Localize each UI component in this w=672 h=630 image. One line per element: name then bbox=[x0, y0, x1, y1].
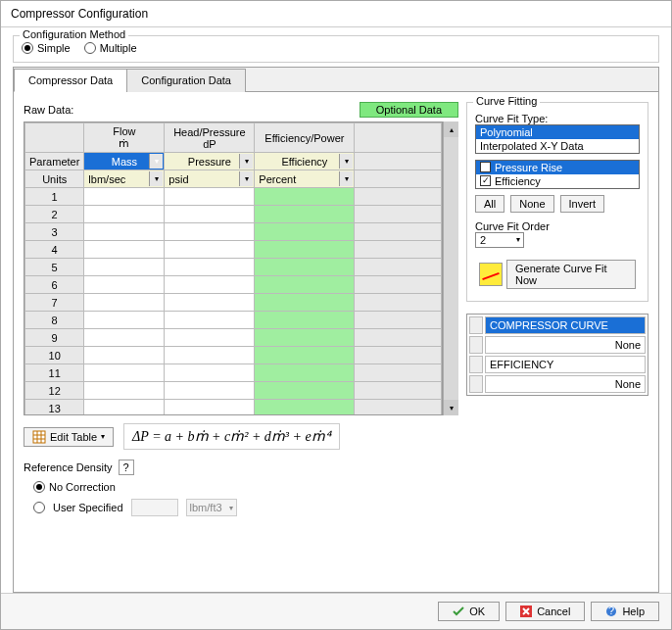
cell-head[interactable] bbox=[165, 364, 255, 382]
ok-button[interactable]: OK bbox=[438, 602, 500, 621]
cell-head[interactable] bbox=[165, 276, 255, 294]
cell-head[interactable] bbox=[165, 188, 255, 206]
help-button[interactable]: ? bbox=[119, 460, 134, 475]
dialog-footer: OK Cancel ? Help bbox=[1, 593, 671, 629]
cell-efficiency[interactable] bbox=[255, 276, 355, 294]
cell-flow[interactable] bbox=[84, 241, 165, 259]
cell-efficiency[interactable] bbox=[255, 382, 355, 400]
cell-efficiency[interactable] bbox=[255, 223, 355, 241]
row-number: 10 bbox=[25, 347, 84, 364]
cell-head[interactable] bbox=[165, 329, 255, 347]
row-number: 1 bbox=[25, 188, 84, 206]
curve-fitting-legend: Curve Fitting bbox=[473, 95, 540, 107]
cancel-button[interactable]: Cancel bbox=[505, 602, 585, 621]
curve-summary-table: COMPRESSOR CURVE None EFFICIENCY None bbox=[466, 314, 648, 396]
cell-head[interactable] bbox=[165, 206, 255, 223]
param-flow-select[interactable]: Mass▾ bbox=[84, 153, 165, 170]
cell-head[interactable] bbox=[165, 294, 255, 312]
list-item[interactable]: ✓ Pressure Rise bbox=[476, 161, 639, 174]
cell-efficiency[interactable] bbox=[255, 188, 355, 206]
cell-flow[interactable] bbox=[84, 312, 165, 329]
radio-icon bbox=[84, 42, 96, 54]
invert-button[interactable]: Invert bbox=[560, 195, 605, 213]
scroll-down-icon[interactable]: ▾ bbox=[444, 400, 458, 415]
cell-head[interactable] bbox=[165, 259, 255, 276]
param-head-select[interactable]: Pressure▾ bbox=[165, 153, 255, 170]
chevron-down-icon: ▾ bbox=[239, 171, 253, 186]
radio-no-correction[interactable]: No Correction bbox=[33, 481, 458, 493]
table-cell: None bbox=[485, 375, 646, 393]
density-unit-select: lbm/ft3▾ bbox=[186, 499, 237, 516]
cell-head[interactable] bbox=[165, 312, 255, 329]
param-eff-select[interactable]: Efficiency▾ bbox=[255, 153, 355, 170]
row-number: 13 bbox=[25, 400, 84, 416]
vertical-scrollbar[interactable]: ▴ ▾ bbox=[443, 121, 458, 415]
cell-flow[interactable] bbox=[84, 347, 165, 364]
cell-efficiency[interactable] bbox=[255, 400, 355, 416]
cell-flow[interactable] bbox=[84, 276, 165, 294]
generate-curve-fit-button[interactable]: Generate Curve Fit Now bbox=[506, 260, 636, 289]
checkbox-icon: ✓ bbox=[480, 162, 491, 172]
help-button[interactable]: ? Help bbox=[591, 602, 659, 621]
chevron-down-icon: ▾ bbox=[516, 235, 520, 244]
raw-data-label: Raw Data: bbox=[24, 104, 73, 116]
curve-fit-type-label: Curve Fit Type: bbox=[475, 113, 640, 124]
row-number: 2 bbox=[25, 206, 84, 223]
config-method-legend: Configuration Method bbox=[20, 28, 128, 40]
units-head-select[interactable]: psid▾ bbox=[165, 170, 255, 188]
cell-head[interactable] bbox=[165, 382, 255, 400]
cell-efficiency[interactable] bbox=[255, 364, 355, 382]
close-icon bbox=[520, 606, 532, 617]
cell-flow[interactable] bbox=[84, 188, 165, 206]
tab-compressor-data[interactable]: Compressor Data bbox=[14, 69, 127, 92]
cell-flow[interactable] bbox=[84, 400, 165, 416]
radio-multiple-label: Multiple bbox=[100, 42, 137, 54]
cell-efficiency[interactable] bbox=[255, 347, 355, 364]
radio-icon bbox=[22, 42, 33, 54]
radio-multiple[interactable]: Multiple bbox=[84, 42, 137, 54]
radio-user-specified[interactable]: User Specified lbm/ft3▾ bbox=[33, 499, 458, 516]
radio-simple[interactable]: Simple bbox=[22, 42, 71, 54]
units-row-label: Units bbox=[25, 170, 84, 188]
edit-table-button[interactable]: Edit Table ▾ bbox=[24, 427, 114, 447]
chevron-down-icon: ▾ bbox=[339, 154, 353, 169]
scroll-up-icon[interactable]: ▴ bbox=[444, 121, 458, 137]
cell-efficiency[interactable] bbox=[255, 241, 355, 259]
curve-series-checklist[interactable]: ✓ Pressure Rise ✓ Efficiency bbox=[475, 160, 640, 189]
cell-flow[interactable] bbox=[84, 382, 165, 400]
data-grid[interactable]: Flow ṁ Head/Pressure dP Efficiency/Power… bbox=[24, 121, 443, 415]
cell-flow[interactable] bbox=[84, 223, 165, 241]
parameter-row-label: Parameter bbox=[25, 153, 84, 170]
radio-simple-label: Simple bbox=[37, 42, 71, 54]
cell-efficiency[interactable] bbox=[255, 294, 355, 312]
units-flow-select[interactable]: lbm/sec▾ bbox=[84, 170, 165, 188]
all-button[interactable]: All bbox=[475, 195, 504, 213]
window-title: Compressor Configuration bbox=[1, 1, 671, 27]
cell-efficiency[interactable] bbox=[255, 312, 355, 329]
cell-head[interactable] bbox=[165, 347, 255, 364]
cell-flow[interactable] bbox=[84, 294, 165, 312]
col-flow-header: Flow ṁ bbox=[84, 123, 165, 153]
cell-flow[interactable] bbox=[84, 206, 165, 223]
list-item[interactable]: Interpolated X-Y Data bbox=[476, 139, 639, 153]
list-item[interactable]: Polynomial bbox=[476, 125, 639, 139]
tab-configuration-data[interactable]: Configuration Data bbox=[126, 69, 246, 92]
curve-fit-order-label: Curve Fit Order bbox=[475, 220, 640, 232]
row-number: 7 bbox=[25, 294, 84, 312]
row-number: 9 bbox=[25, 329, 84, 347]
list-item[interactable]: ✓ Efficiency bbox=[476, 174, 639, 188]
cell-flow[interactable] bbox=[84, 259, 165, 276]
row-number: 6 bbox=[25, 276, 84, 294]
cell-efficiency[interactable] bbox=[255, 329, 355, 347]
units-eff-select[interactable]: Percent▾ bbox=[255, 170, 355, 188]
cell-efficiency[interactable] bbox=[255, 259, 355, 276]
cell-efficiency[interactable] bbox=[255, 206, 355, 223]
curve-fit-type-list[interactable]: Polynomial Interpolated X-Y Data bbox=[475, 124, 640, 154]
none-button[interactable]: None bbox=[510, 195, 553, 213]
cell-flow[interactable] bbox=[84, 364, 165, 382]
cell-head[interactable] bbox=[165, 223, 255, 241]
cell-flow[interactable] bbox=[84, 329, 165, 347]
cell-head[interactable] bbox=[165, 241, 255, 259]
cell-head[interactable] bbox=[165, 400, 255, 416]
curve-fit-order-select[interactable]: 2 ▾ bbox=[475, 232, 524, 248]
